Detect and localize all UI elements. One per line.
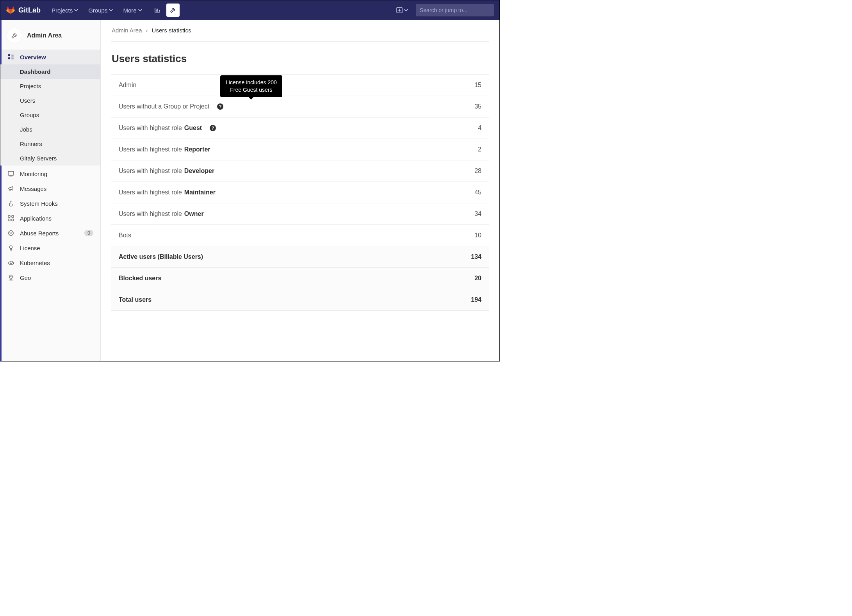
nav-activity-icon[interactable] <box>151 4 164 17</box>
stat-label-prefix: Users with highest role <box>119 125 182 132</box>
monitor-icon <box>7 170 14 177</box>
sidebar-overview-section: Overview Dashboard Projects Users Groups… <box>0 49 100 166</box>
sidebar-sub-groups[interactable]: Groups <box>0 108 100 122</box>
stat-value: 10 <box>474 232 481 239</box>
stat-label: Admin <box>119 82 136 89</box>
stat-row-owner: Users with highest role Owner 34 <box>111 203 489 225</box>
body: Admin Area Overview Dashboard Projects U… <box>0 20 499 361</box>
stat-label-role: Developer <box>184 167 214 174</box>
brand-logo[interactable]: GitLab <box>6 5 41 15</box>
sidebar-sub-label: Users <box>20 97 35 104</box>
stat-label: Total users <box>119 296 152 303</box>
sidebar-item-label: Messages <box>20 185 46 192</box>
chevron-down-icon <box>74 8 78 12</box>
stat-row-total: Total users 194 <box>111 289 489 311</box>
stat-value: 194 <box>471 296 481 303</box>
breadcrumb-root[interactable]: Admin Area <box>112 27 142 34</box>
overview-icon <box>7 53 14 61</box>
chevron-down-icon <box>109 8 113 12</box>
sidebar-sub-dashboard[interactable]: Dashboard <box>0 64 100 79</box>
sidebar-title: Admin Area <box>27 32 62 39</box>
sidebar-item-label: Overview <box>20 54 46 61</box>
sidebar-item-overview[interactable]: Overview <box>0 50 100 64</box>
app-frame: GitLab Projects Groups More <box>0 0 500 361</box>
sidebar-item-abuse[interactable]: Abuse Reports 0 <box>0 226 100 240</box>
nav-projects[interactable]: Projects <box>48 5 82 16</box>
stat-label-role: Guest <box>184 125 202 132</box>
stat-row-blocked: Blocked users 20 <box>111 268 489 289</box>
svg-point-12 <box>9 231 13 235</box>
sidebar-header[interactable]: Admin Area <box>0 24 100 49</box>
chart-icon <box>154 7 161 14</box>
wrench-icon <box>169 7 176 14</box>
svg-point-16 <box>11 276 12 277</box>
sidebar-sub-users[interactable]: Users <box>0 93 100 108</box>
tooltip-line: License includes 200 <box>226 79 277 85</box>
nav-projects-label: Projects <box>52 7 73 14</box>
breadcrumb: Admin Area › Users statistics <box>111 20 489 42</box>
stat-value: 34 <box>474 210 481 217</box>
stat-label: Blocked users <box>119 275 161 282</box>
search-box[interactable] <box>416 4 494 16</box>
svg-point-13 <box>10 232 11 233</box>
sidebar-item-messages[interactable]: Messages <box>0 181 100 196</box>
nav-groups[interactable]: Groups <box>84 5 117 16</box>
sidebar-item-label: Monitoring <box>20 171 47 177</box>
stat-value: 35 <box>474 103 481 110</box>
help-icon[interactable]: ? <box>210 125 216 131</box>
stat-label-prefix: Users with highest role <box>119 210 182 217</box>
stat-label: Users with highest role Guest ? <box>119 125 216 132</box>
help-icon[interactable]: ? <box>217 103 223 110</box>
sidebar-item-applications[interactable]: Applications <box>0 211 100 226</box>
chevron-down-icon <box>404 8 408 12</box>
stat-label: Users with highest role Reporter <box>119 146 210 153</box>
svg-rect-11 <box>12 219 14 221</box>
stat-row-admin: Admin 15 <box>111 75 489 96</box>
sidebar-item-label: System Hooks <box>20 200 58 207</box>
stat-value: 45 <box>474 189 481 196</box>
search-input[interactable] <box>420 7 490 13</box>
sidebar-item-license[interactable]: License <box>0 240 100 255</box>
nav-more-label: More <box>123 7 136 14</box>
stat-value: 2 <box>478 146 481 153</box>
abuse-badge: 0 <box>84 230 93 236</box>
nav-new-button[interactable] <box>394 5 410 15</box>
hook-icon <box>7 200 14 207</box>
svg-rect-3 <box>11 55 14 55</box>
stat-value: 28 <box>474 167 481 174</box>
license-icon <box>7 244 14 251</box>
nav-more[interactable]: More <box>119 5 146 16</box>
stat-row-reporter: Users with highest role Reporter 2 <box>111 139 489 160</box>
stat-label-prefix: Users with highest role <box>119 167 182 174</box>
gitlab-icon <box>6 5 15 15</box>
svg-rect-8 <box>8 215 10 217</box>
main-content: Admin Area › Users statistics Users stat… <box>101 20 499 361</box>
sidebar-item-kubernetes[interactable]: Kubernetes <box>0 255 100 270</box>
sidebar-item-monitoring[interactable]: Monitoring <box>0 166 100 181</box>
nav-groups-label: Groups <box>88 7 107 14</box>
svg-point-14 <box>12 232 12 233</box>
brand-text: GitLab <box>18 6 41 14</box>
stat-row-guest: Users with highest role Guest ? 4 <box>111 118 489 139</box>
stat-label: Users with highest role Owner <box>119 210 204 217</box>
sidebar-sub-gitaly[interactable]: Gitaly Servers <box>0 151 100 166</box>
svg-rect-4 <box>11 57 14 57</box>
sidebar-sub-runners[interactable]: Runners <box>0 137 100 151</box>
sidebar-sub-projects[interactable]: Projects <box>0 79 100 93</box>
svg-rect-6 <box>8 171 14 175</box>
sidebar-item-geo[interactable]: Geo <box>0 270 100 285</box>
svg-point-15 <box>10 246 12 249</box>
sidebar-sub-jobs[interactable]: Jobs <box>0 122 100 137</box>
stat-row-developer: Users with highest role Developer 28 <box>111 160 489 182</box>
abuse-icon <box>7 230 14 237</box>
sidebar-item-system-hooks[interactable]: System Hooks <box>0 196 100 211</box>
stat-label: Bots <box>119 232 131 239</box>
plus-icon <box>396 7 403 13</box>
admin-area-icon <box>7 28 22 43</box>
breadcrumb-sep: › <box>146 27 148 34</box>
stat-label-text: Users without a Group or Project <box>119 103 209 110</box>
breadcrumb-current: Users statistics <box>152 27 191 34</box>
stat-row-bots: Bots 10 <box>111 225 489 246</box>
nav-admin-icon[interactable] <box>166 4 180 17</box>
stat-label-role: Reporter <box>184 146 210 153</box>
